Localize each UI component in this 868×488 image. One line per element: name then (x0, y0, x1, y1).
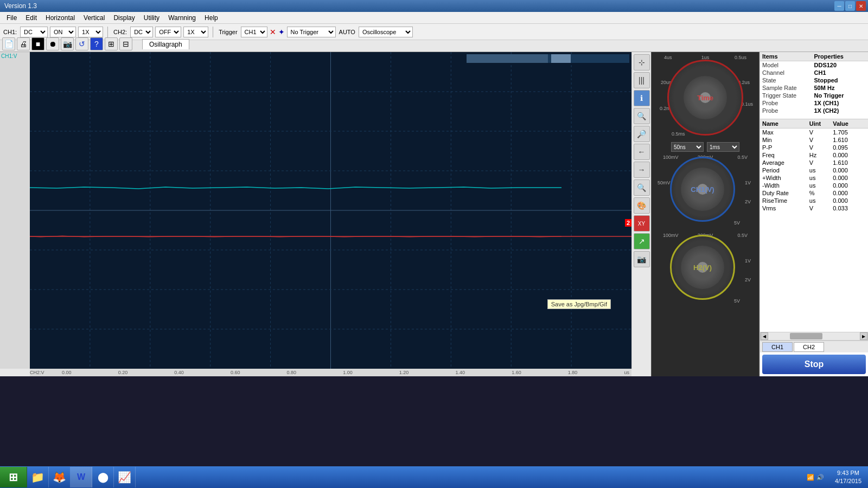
scrollbar-track (768, 333, 860, 339)
taskbar-oscilloscope[interactable]: 📈 (114, 467, 136, 487)
menu-item-file[interactable]: File (2, 13, 21, 23)
ch1-probe-select[interactable]: 1X10X (78, 27, 103, 37)
zoom-out-btn[interactable]: 🔎 (634, 126, 650, 142)
start-button[interactable]: ⊞ (0, 467, 27, 487)
ch1-knob-dot (697, 184, 708, 195)
trigger-icon2[interactable]: ✦ (278, 28, 285, 36)
meas-period-unit: us (809, 167, 833, 174)
ch2-coupling-select[interactable]: DCAC (130, 27, 153, 37)
time-dropdown2[interactable]: 1ms10ms (707, 142, 739, 152)
panel-scrollbar[interactable]: ◀ ▶ (760, 332, 868, 341)
ch2-knob-inner[interactable] (681, 246, 724, 289)
menu-item-utility[interactable]: Utility (139, 13, 164, 23)
meas-pwidth-val: 0.000 (833, 175, 866, 181)
cursor-btn[interactable]: ⊹ (634, 54, 650, 70)
trigger-icon1[interactable]: ✕ (270, 28, 276, 36)
ch1-knob-ring[interactable]: CH1(V) (670, 157, 735, 222)
measure-btn[interactable]: ||| (634, 72, 650, 88)
meas-max-label: Max (762, 129, 809, 136)
ch2-tick-2v: 2V (745, 278, 751, 282)
ch2-knob-outer: 200mV 0.5V 1V 2V 5V 100mV H2(V) (662, 232, 749, 308)
state-label: State (762, 77, 814, 84)
osc-select[interactable]: Oscilloscope (359, 27, 413, 37)
screenshot-btn[interactable]: 📷 (634, 251, 650, 267)
stop-button[interactable]: Stop (762, 355, 866, 374)
ch1-tab[interactable]: CH1 (762, 342, 793, 352)
oscilloscope-display: 8.000 6.000 4.000 2.000 0.000 -2.000 -4.… (30, 52, 631, 369)
xy-btn[interactable]: XY (634, 215, 650, 232)
menu-item-display[interactable]: Display (109, 13, 139, 23)
ch1-coupling-select[interactable]: DCACGND (20, 27, 48, 37)
help-btn[interactable]: ? (90, 37, 103, 50)
meas-pp-unit: V (809, 144, 833, 151)
minimize-button[interactable]: ─ (834, 1, 844, 11)
ch2-tab[interactable]: CH2 (794, 342, 824, 352)
time-knob-ring[interactable]: Time (667, 60, 743, 136)
ch1-tick-5v: 5V (734, 221, 740, 226)
taskbar-clock[interactable]: 9:43 PM 4/17/2015 (828, 469, 868, 486)
probe1-label: Probe (762, 100, 814, 106)
time-knob-outer: 1us 0.5us 0.2us 0.1us 4us 20us 0.2ms 0.5… (662, 54, 749, 141)
time-knob-container: 1us 0.5us 0.2us 0.1us 4us 20us 0.2ms 0.5… (654, 54, 757, 152)
taskbar: ⊞ 📁 🦊 W ⬤ 📈 📶 🔊 9:43 PM 4/17/2015 (0, 466, 868, 488)
zoom-fit-btn[interactable]: 🔍 (634, 179, 650, 196)
ch2-tick-5v: 5V (734, 299, 740, 304)
scrollbar-thumb[interactable] (790, 333, 822, 339)
menu-item-edit[interactable]: Edit (21, 13, 41, 23)
menubar: FileEditHorizontalVerticalDisplayUtility… (0, 12, 868, 24)
menu-item-help[interactable]: Help (200, 13, 222, 23)
taskbar-word[interactable]: W (71, 467, 92, 487)
close-button[interactable]: ✕ (856, 1, 866, 11)
menu-item-vertical[interactable]: Vertical (79, 13, 109, 23)
meas-pwidth-unit: us (809, 175, 833, 181)
ch2-probe-select[interactable]: 1X10X (183, 27, 208, 37)
ch2-knob-ring[interactable]: H2(V) (670, 235, 735, 300)
taskbar-explorer[interactable]: 📁 (27, 467, 49, 487)
ch2-state-select[interactable]: OFFON (155, 27, 181, 37)
menu-item-horizontal[interactable]: Horizontal (41, 13, 79, 23)
taskbar-chrome[interactable]: ⬤ (92, 467, 114, 487)
meas-duty-val: 0.000 (833, 190, 866, 196)
x-label-6: 1.20 (399, 370, 409, 375)
tab-bar: 📄 🖨 ■ ⏺ 📷 ↺ ? ⊞ ⊟ Osillagraph (0, 40, 868, 52)
trigger-mode-select[interactable]: No TriggerAutoNormal (287, 27, 336, 37)
trigger-ch-select[interactable]: CH1CH2 (241, 27, 267, 37)
meas-min-unit: V (809, 137, 833, 143)
meas-row-pp: P-P V 0.095 (760, 144, 868, 151)
zoom-in-btn[interactable]: 🔍 (634, 108, 650, 124)
knob-panel: 1us 0.5us 0.2us 0.1us 4us 20us 0.2ms 0.5… (651, 52, 760, 376)
meas-pwidth-label: +Width (762, 175, 809, 181)
black-btn[interactable]: ■ (31, 37, 44, 50)
scope-toolbar: ⊹ ||| ℹ 🔍 🔎 ← → 🔍 🎨 XY ↗ 📷 (631, 52, 651, 369)
ch1-knob-inner[interactable] (681, 168, 724, 211)
x-axis-labels: CH2:V 0.00 0.20 0.40 0.60 0.80 1.00 1.20… (30, 369, 631, 376)
export-btn[interactable]: ↗ (634, 233, 650, 249)
osillagraph-tab[interactable]: Osillagraph (142, 39, 189, 49)
refresh-btn[interactable]: ↺ (75, 37, 88, 50)
model-value: DDS120 (814, 62, 866, 68)
time-knob-inner[interactable] (684, 76, 727, 119)
meas-row-max: Max V 1.705 (760, 129, 868, 136)
info-col1: Items (762, 53, 814, 60)
scroll-left-arrow[interactable]: ◀ (761, 332, 768, 340)
arrow-right-btn[interactable]: → (634, 162, 650, 178)
new-btn[interactable]: 📄 (2, 37, 15, 50)
grid2-btn[interactable]: ⊟ (119, 37, 132, 50)
maximize-button[interactable]: □ (845, 1, 855, 11)
menu-item-warnning[interactable]: Warnning (164, 13, 200, 23)
cam-btn[interactable]: 📷 (61, 37, 74, 50)
info-row-probe2: Probe 1X (CH2) (760, 107, 868, 114)
color-btn[interactable]: 🎨 (634, 197, 650, 214)
info-btn[interactable]: ℹ (634, 90, 650, 106)
ch1-axis-label: CH1:V (0, 52, 30, 60)
scroll-right-arrow[interactable]: ▶ (860, 332, 867, 340)
meas-row-rise: RiseTime us 0.000 (760, 197, 868, 204)
time-dropdown1[interactable]: 50ns1us10us (671, 142, 704, 152)
ch1-state-select[interactable]: ONOFF (50, 27, 76, 37)
print-btn[interactable]: 🖨 (17, 37, 30, 50)
taskbar-firefox[interactable]: 🦊 (49, 467, 71, 487)
sep1 (107, 27, 108, 37)
rec-btn[interactable]: ⏺ (46, 37, 59, 50)
arrow-left-btn[interactable]: ← (634, 144, 650, 160)
grid1-btn[interactable]: ⊞ (105, 37, 118, 50)
